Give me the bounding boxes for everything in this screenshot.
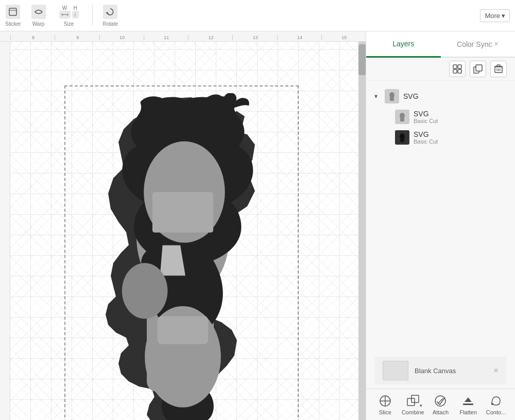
svg-point-47 <box>491 403 493 405</box>
scrollbar-thumb[interactable] <box>358 44 366 75</box>
svg-rect-21 <box>453 65 457 68</box>
svg-rect-45 <box>463 404 473 405</box>
flatten-tool[interactable]: Flatten <box>455 394 481 415</box>
blank-canvas-label: Blank Canvas <box>415 367 456 375</box>
rotate-tool[interactable]: Rotate <box>103 5 118 27</box>
attach-icon <box>433 394 448 408</box>
bottom-toolbar: Slice ▾ Combine Attach Flatten <box>366 389 515 420</box>
rotate-icon[interactable] <box>103 5 117 19</box>
duplicate-layer-button[interactable] <box>470 61 486 77</box>
color-sync-close-icon[interactable]: ✕ <box>494 41 499 47</box>
size-icon[interactable]: W ⟷ H ↕ <box>56 5 82 19</box>
blank-canvas-close-icon[interactable]: ✕ <box>493 367 499 374</box>
vertical-scrollbar[interactable] <box>358 42 366 420</box>
svg-rect-34 <box>390 97 394 101</box>
layer-info-child2: SVG Basic Cut <box>414 130 507 145</box>
attach-label: Attach <box>433 409 449 415</box>
right-panel: Layers Color Sync ✕ ▾ <box>366 31 515 420</box>
main-area: 8 9 10 11 12 13 14 15 <box>0 31 515 420</box>
svg-rect-17 <box>152 192 213 233</box>
slice-tool[interactable]: Slice <box>372 394 398 415</box>
chevron-down-icon: ▾ <box>374 93 381 100</box>
layer-item-child-1[interactable]: SVG Basic Cut <box>366 107 515 127</box>
svg-marker-46 <box>465 397 472 402</box>
svg-rect-22 <box>458 65 461 68</box>
sticker-icon[interactable] <box>6 5 20 19</box>
combine-label: Combine <box>402 409 424 415</box>
flatten-icon <box>461 394 475 408</box>
canvas-area[interactable]: 8 9 10 11 12 13 14 15 <box>0 31 366 420</box>
canvas-grid[interactable] <box>10 42 358 420</box>
svg-rect-36 <box>400 118 404 121</box>
blank-canvas-row[interactable]: Blank Canvas ✕ <box>374 357 507 384</box>
warp-tool[interactable]: Warp <box>31 5 46 27</box>
sticker-tool[interactable]: Sticker <box>5 5 21 27</box>
contour-tool[interactable]: Conto... <box>483 394 509 415</box>
slice-label: Slice <box>379 409 391 415</box>
slice-icon <box>378 394 392 408</box>
attach-tool[interactable]: Attach <box>427 394 453 415</box>
ruler-top: 8 9 10 11 12 13 14 15 <box>0 31 366 42</box>
svg-rect-38 <box>400 138 404 142</box>
contour-label: Conto... <box>486 409 506 415</box>
svg-rect-29 <box>497 65 500 66</box>
layer-info-child1: SVG Basic Cut <box>414 110 507 124</box>
layer-tree: ▾ SVG <box>366 81 515 153</box>
layer-item-root[interactable]: ▾ SVG <box>366 86 515 107</box>
ruler-left <box>0 42 10 420</box>
layer-thumb-root <box>385 89 399 103</box>
svg-marker-2 <box>106 12 109 13</box>
warp-icon[interactable] <box>31 5 46 19</box>
combine-tool[interactable]: ▾ Combine <box>400 394 426 415</box>
contour-icon <box>489 394 503 408</box>
layer-item-child-2[interactable]: SVG Basic Cut <box>366 127 515 148</box>
more-button[interactable]: More ▾ <box>480 9 510 22</box>
tab-layers[interactable]: Layers <box>366 31 441 58</box>
layer-info-root: SVG <box>403 92 507 100</box>
layer-actions <box>366 58 515 81</box>
svg-rect-26 <box>476 65 482 71</box>
tab-color-sync[interactable]: Color Sync ✕ <box>441 31 516 57</box>
blank-canvas-thumb <box>383 361 408 380</box>
svg-rect-24 <box>458 69 461 73</box>
layer-thumb-child2 <box>395 130 409 145</box>
panel-tabs: Layers Color Sync ✕ <box>366 31 515 58</box>
group-layers-button[interactable] <box>449 61 466 77</box>
top-toolbar: Sticker Warp W ⟷ H ↕ Size Rotate More ▾ <box>0 0 515 31</box>
svg-point-19 <box>122 263 168 319</box>
flatten-label: Flatten <box>459 409 477 415</box>
svg-rect-20 <box>158 316 208 344</box>
combine-icon: ▾ <box>406 394 420 408</box>
layer-thumb-child1 <box>395 110 409 124</box>
svg-rect-23 <box>453 69 457 73</box>
knight-image <box>72 93 294 420</box>
svg-rect-0 <box>9 8 16 15</box>
combine-dropdown-arrow: ▾ <box>420 403 422 408</box>
svg-rect-42 <box>407 398 415 406</box>
size-tool[interactable]: W ⟷ H ↕ Size <box>56 5 82 27</box>
delete-layer-button[interactable] <box>490 61 507 77</box>
svg-rect-43 <box>411 395 419 402</box>
